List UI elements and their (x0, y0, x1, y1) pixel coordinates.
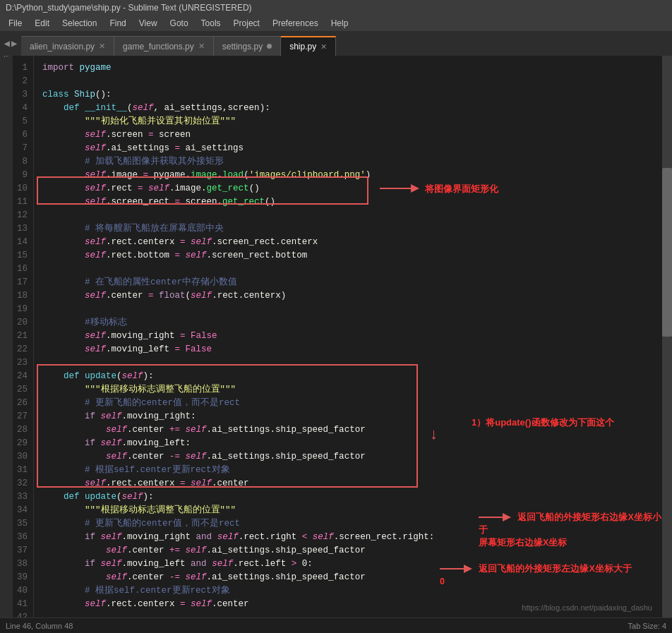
code-line-35: # 更新飞船的center值，而不是rect (42, 517, 662, 531)
menu-preferences[interactable]: Preferences (267, 17, 324, 30)
status-tabsize: Tab Size: 4 (628, 622, 666, 630)
code-line-38: if self.moving_left and self.rect.left >… (42, 557, 662, 571)
code-line-29: if self.moving_left: (42, 437, 662, 450)
menu-edit[interactable]: Edit (29, 17, 55, 30)
menu-project[interactable]: Project (228, 17, 265, 30)
modified-dot (267, 44, 272, 49)
menu-find[interactable]: Find (104, 17, 131, 30)
code-area[interactable]: 将图像界面矩形化 1）将update()函数修改为下面这个 ↓ 返回飞船的外接矩… (34, 56, 662, 617)
code-line-19 (42, 303, 662, 316)
scrollbar-thumb[interactable] (662, 168, 672, 337)
title-bar: D:\Python_study\game\ship.py - Sublime T… (0, 0, 672, 16)
code-line-27: if self.moving_right: (42, 410, 662, 423)
code-line-36: if self.moving_right and self.rect.right… (42, 531, 662, 544)
close-tab-ship[interactable]: ✕ (320, 42, 327, 52)
menu-file[interactable]: File (3, 17, 28, 30)
code-line-23 (42, 356, 662, 370)
code-line-4: def __init__(self, ai_settings,screen): (42, 102, 662, 115)
code-line-25: """根据移动标志调整飞船的位置""" (42, 383, 662, 397)
code-line-32: self.rect.centerx = self.center (42, 477, 662, 490)
menu-view[interactable]: View (133, 17, 163, 30)
close-tab-alien[interactable]: ✕ (99, 42, 105, 51)
code-line-30: self.center -= self.ai_settings.ship_spe… (42, 450, 662, 464)
code-line-17: # 在飞船的属性center中存储小数值 (42, 276, 662, 289)
code-line-14: self.rect.centerx = self.screen_rect.cen… (42, 236, 662, 249)
nav-left-arrow[interactable]: ◀ (4, 37, 10, 49)
code-line-18: self.center = float(self.rect.centerx) (42, 289, 662, 303)
code-line-8: # 加载飞船图像并获取其外接矩形 (42, 155, 662, 169)
code-line-26: # 更新飞船的center值，而不是rect (42, 397, 662, 410)
code-line-20: #移动标志 (42, 316, 662, 330)
menu-selection[interactable]: Selection (56, 17, 102, 30)
tab-settings[interactable]: settings.py (214, 36, 281, 56)
editor-container: 动 12345 678910 1112131415 1617181920 212… (0, 56, 672, 617)
code-line-11: self.screen_rect = screen.get_rect() (42, 195, 662, 209)
left-sidebar: 动 (0, 56, 13, 617)
nav-right-arrow[interactable]: ▶ (11, 37, 17, 49)
code-line-12 (42, 209, 662, 222)
title-text: D:\Python_study\game\ship.py - Sublime T… (6, 3, 252, 13)
menu-goto[interactable]: Goto (164, 17, 194, 30)
code-line-5: """初始化飞船并设置其初始位置""" (42, 115, 662, 128)
menu-bar: File Edit Selection Find View Goto Tools… (0, 16, 672, 31)
code-line-31: # 根据self.center更新rect对象 (42, 464, 662, 477)
code-line-16 (42, 263, 662, 276)
tab-ship[interactable]: ship.py ✕ (281, 36, 336, 56)
close-tab-game-functions[interactable]: ✕ (198, 42, 205, 51)
code-line-3: class Ship(): (42, 88, 662, 102)
code-line-37: self.center += self.ai_settings.ship_spe… (42, 544, 662, 557)
code-line-6: self.screen = screen (42, 128, 662, 142)
tab-game-functions[interactable]: game_functions.py ✕ (114, 36, 214, 56)
code-line-13: # 将每艘新飞船放在屏幕底部中央 (42, 222, 662, 236)
code-line-40: # 根据self.center更新rect对象 (42, 584, 662, 598)
code-line-10: self.rect = self.image.get_rect() (42, 182, 662, 195)
code-line-1: import pygame (42, 61, 662, 75)
menu-help[interactable]: Help (325, 17, 354, 30)
scrollbar[interactable] (662, 56, 672, 617)
status-position: Line 46, Column 48 (6, 622, 73, 630)
code-line-28: self.center += self.ai_settings.ship_spe… (42, 423, 662, 437)
code-line-2 (42, 75, 662, 88)
code-line-9: self.image = pygame.image.load('images/c… (42, 169, 662, 182)
code-line-15: self.rect.bottom = self.screen_rect.bott… (42, 249, 662, 263)
menu-tools[interactable]: Tools (196, 17, 227, 30)
tab-alien-invasion[interactable]: alien_invasion.py ✕ (21, 36, 114, 56)
code-line-39: self.center -= self.ai_settings.ship_spe… (42, 571, 662, 584)
code-line-7: self.ai_settings = ai_settings (42, 142, 662, 155)
code-line-33: def update(self): (42, 490, 662, 504)
status-bar: Line 46, Column 48 Tab Size: 4 (0, 617, 672, 633)
watermark: https://blog.csdn.net/paidaxing_dashu (522, 601, 652, 615)
code-line-22: self.moving_left = False (42, 343, 662, 356)
code-line-21: self.moving_right = False (42, 330, 662, 343)
line-numbers: 12345 678910 1112131415 1617181920 21222… (13, 56, 34, 617)
code-line-24: def update(self): (42, 370, 662, 383)
code-line-34: """根据移动标志调整飞船的位置""" (42, 504, 662, 517)
